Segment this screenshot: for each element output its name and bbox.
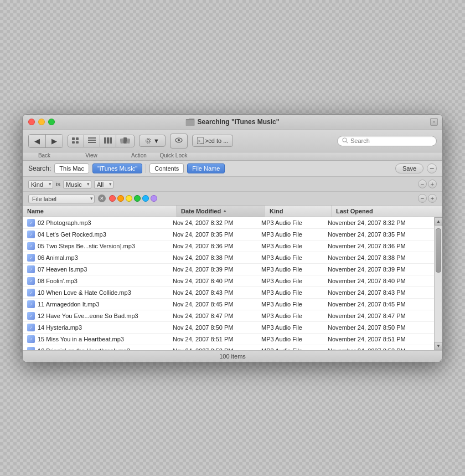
label-controls: − + bbox=[418, 194, 437, 203]
file-list: ♪ 02 Photograph.mp3 Nov 24, 2007 8:32 PM… bbox=[23, 217, 434, 350]
table-row[interactable]: ♪ 02 Photograph.mp3 Nov 24, 2007 8:32 PM… bbox=[23, 217, 434, 229]
this-mac-button[interactable]: This Mac bbox=[54, 163, 89, 173]
scroll-up-button[interactable]: ▲ bbox=[435, 217, 443, 226]
table-row[interactable]: ♪ 14 Hysteria.mp3 Nov 24, 2007 8:50 PM M… bbox=[23, 322, 434, 334]
list-view-icon bbox=[88, 137, 96, 144]
table-row[interactable]: ♪ 12 Have You Eve...eone So Bad.mp3 Nov … bbox=[23, 310, 434, 322]
table-row[interactable]: ♪ 10 When Love & Hate Collide.mp3 Nov 24… bbox=[23, 287, 434, 299]
file-name-cell: ♪ 10 When Love & Hate Collide.mp3 bbox=[23, 287, 168, 298]
file-last-opened-cell: November 24, 2007 8:38 PM bbox=[323, 252, 434, 263]
file-kind-cell: MP3 Audio File bbox=[257, 252, 323, 263]
file-date-cell: Nov 24, 2007 8:45 PM bbox=[168, 299, 257, 310]
file-last-opened-cell: November 24, 2007 8:53 PM bbox=[323, 345, 434, 350]
table-row[interactable]: ♪ 16 Bringin' on the Heartbreak.mp3 Nov … bbox=[23, 345, 434, 350]
is-label: is bbox=[56, 181, 60, 187]
name-column-header[interactable]: Name bbox=[23, 206, 177, 217]
file-kind-cell: MP3 Audio File bbox=[257, 334, 323, 345]
column-view-icon bbox=[104, 137, 112, 144]
label-minus-button[interactable]: − bbox=[418, 194, 427, 203]
title-bar: Searching "iTunes Music" bbox=[23, 115, 442, 130]
scrollbar-thumb[interactable] bbox=[436, 228, 441, 273]
last-opened-column-header[interactable]: Last Opened bbox=[332, 206, 442, 217]
file-kind-cell: MP3 Audio File bbox=[257, 229, 323, 240]
filter-plus-button[interactable]: + bbox=[428, 180, 437, 188]
filter-minus-button[interactable]: − bbox=[418, 180, 427, 188]
action-button[interactable]: ▼ bbox=[139, 135, 166, 147]
contents-button[interactable]: Contents bbox=[149, 163, 184, 173]
save-button[interactable]: Save bbox=[395, 163, 423, 173]
minimize-button[interactable] bbox=[38, 119, 45, 125]
file-label-select-wrapper: File label bbox=[28, 193, 95, 203]
forward-button[interactable]: ▶ bbox=[46, 135, 63, 147]
date-modified-column-header[interactable]: Date Modified ▲ bbox=[177, 206, 265, 217]
file-kind-cell: MP3 Audio File bbox=[257, 240, 323, 252]
purple-dot[interactable] bbox=[151, 195, 157, 202]
file-kind-cell: MP3 Audio File bbox=[257, 345, 323, 350]
table-row[interactable]: ♪ 07 Heaven Is.mp3 Nov 24, 2007 8:39 PM … bbox=[23, 264, 434, 275]
svg-rect-10 bbox=[110, 137, 112, 144]
quicklook-label: Quick Look bbox=[156, 152, 192, 158]
list-view-button[interactable] bbox=[84, 135, 100, 147]
table-row[interactable]: ♪ 05 Two Steps Be...stic Version].mp3 No… bbox=[23, 240, 434, 252]
icon-view-button[interactable] bbox=[68, 135, 84, 147]
red-dot[interactable] bbox=[109, 195, 116, 202]
green-dot[interactable] bbox=[134, 195, 141, 202]
close-button[interactable] bbox=[28, 119, 35, 125]
all-select[interactable]: All bbox=[94, 180, 113, 189]
file-name-cell: ♪ 15 Miss You in a Heartbeat.mp3 bbox=[23, 334, 168, 345]
list-area: ♪ 02 Photograph.mp3 Nov 24, 2007 8:32 PM… bbox=[23, 217, 442, 350]
table-row[interactable]: ♪ 11 Armageddon It.mp3 Nov 24, 2007 8:45… bbox=[23, 299, 434, 310]
resize-button[interactable] bbox=[430, 118, 438, 126]
cd-to-button[interactable]: >_ >cd to ... bbox=[192, 135, 234, 147]
table-row[interactable]: ♪ 08 Foolin'.mp3 Nov 24, 2007 8:40 PM MP… bbox=[23, 275, 434, 287]
toolbar: ◀ ▶ bbox=[23, 130, 442, 152]
file-last-opened-cell: November 24, 2007 8:36 PM bbox=[323, 240, 434, 252]
search-input[interactable] bbox=[350, 137, 432, 144]
file-icon: ♪ bbox=[27, 254, 35, 262]
kind-select[interactable]: Kind bbox=[28, 180, 53, 189]
clear-label-button[interactable]: ✕ bbox=[98, 195, 106, 202]
blue-dot[interactable] bbox=[142, 195, 149, 202]
file-label-select[interactable]: File label bbox=[28, 195, 95, 203]
music-select[interactable]: Music bbox=[63, 180, 91, 189]
color-dots bbox=[109, 195, 157, 202]
maximize-button[interactable] bbox=[48, 119, 55, 125]
file-icon: ♪ bbox=[27, 324, 35, 331]
filter-row: Kind is Music All − + bbox=[23, 177, 442, 192]
coverflow-view-button[interactable] bbox=[116, 135, 134, 147]
file-kind-cell: MP3 Audio File bbox=[257, 310, 323, 321]
resize-grip-icon bbox=[435, 354, 442, 362]
table-row[interactable]: ♪ 04 Let's Get Rocked.mp3 Nov 24, 2007 8… bbox=[23, 229, 434, 240]
file-kind-cell: MP3 Audio File bbox=[257, 287, 323, 298]
table-row[interactable]: ♪ 06 Animal.mp3 Nov 24, 2007 8:38 PM MP3… bbox=[23, 252, 434, 264]
remove-search-button[interactable]: − bbox=[427, 163, 437, 173]
file-name-cell: ♪ 11 Armageddon It.mp3 bbox=[23, 299, 168, 310]
svg-line-21 bbox=[347, 141, 348, 143]
svg-rect-7 bbox=[88, 142, 96, 143]
scroll-down-button[interactable]: ▼ bbox=[435, 342, 443, 350]
back-button[interactable]: ◀ bbox=[29, 135, 46, 147]
yellow-dot[interactable] bbox=[126, 195, 132, 202]
orange-dot[interactable] bbox=[117, 195, 124, 202]
search-scope-bar: Search: This Mac "iTunes Music" Contents… bbox=[23, 161, 442, 177]
kind-column-header[interactable]: Kind bbox=[265, 206, 332, 217]
table-row[interactable]: ♪ 15 Miss You in a Heartbeat.mp3 Nov 24,… bbox=[23, 334, 434, 345]
view-label: View bbox=[60, 152, 122, 158]
itunes-music-button[interactable]: "iTunes Music" bbox=[92, 163, 142, 173]
file-name-button[interactable]: File Name bbox=[187, 163, 225, 173]
icon-view-icon bbox=[72, 137, 80, 144]
file-name-cell: ♪ 05 Two Steps Be...stic Version].mp3 bbox=[23, 240, 168, 252]
file-icon: ♪ bbox=[27, 231, 35, 238]
magnifier-icon bbox=[342, 137, 348, 144]
search-label: Search: bbox=[28, 165, 51, 172]
quick-look-button[interactable] bbox=[170, 134, 188, 149]
column-view-button[interactable] bbox=[100, 135, 116, 147]
label-plus-button[interactable]: + bbox=[428, 194, 437, 203]
scrollbar[interactable]: ▲ ▼ bbox=[434, 217, 442, 350]
folder-icon bbox=[186, 119, 195, 126]
file-name-cell: ♪ 06 Animal.mp3 bbox=[23, 252, 168, 263]
gear-icon bbox=[145, 137, 152, 144]
file-last-opened-cell: November 24, 2007 8:39 PM bbox=[323, 264, 434, 275]
file-date-cell: Nov 24, 2007 8:32 PM bbox=[168, 217, 257, 228]
file-icon: ♪ bbox=[27, 242, 35, 250]
